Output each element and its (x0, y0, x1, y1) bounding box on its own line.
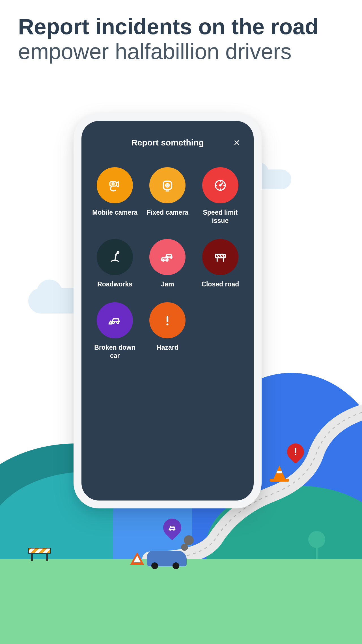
phone-screen: Report something Mobile camera (81, 121, 254, 501)
report-closed-road[interactable]: Closed road (195, 239, 245, 288)
ground-decoration (0, 559, 362, 644)
svg-point-8 (219, 185, 221, 186)
report-item-label: Mobile camera (92, 208, 137, 217)
svg-point-3 (112, 183, 114, 185)
report-item-label: Fixed camera (147, 208, 188, 217)
broken-car-icon (97, 302, 133, 338)
report-speed-limit[interactable]: Speed limit issue (195, 167, 245, 225)
hazard-icon (149, 302, 186, 338)
svg-rect-17 (167, 316, 168, 322)
svg-point-15 (113, 322, 114, 323)
svg-point-16 (117, 322, 118, 323)
report-mobile-camera[interactable]: Mobile camera (90, 167, 140, 225)
screen-title: Report something (131, 138, 204, 147)
tree-icon (308, 531, 325, 559)
fixed-camera-icon (149, 167, 186, 203)
roadworks-icon (97, 239, 133, 275)
headline: Report incidents on the road empower hal… (18, 15, 344, 64)
report-item-label: Closed road (201, 280, 239, 288)
smoke-icon (181, 534, 192, 551)
report-item-label: Broken down car (91, 343, 139, 360)
report-grid: Mobile camera Fixed camera (90, 167, 245, 360)
headline-bold: Report incidents on the road (18, 15, 344, 39)
report-item-label: Jam (161, 280, 174, 288)
report-item-label: Hazard (157, 343, 178, 352)
jam-icon (149, 239, 186, 275)
report-item-label: Roadworks (97, 280, 132, 288)
warning-triangle-icon (130, 552, 144, 565)
close-icon (233, 139, 240, 146)
mobile-camera-icon (97, 167, 133, 203)
report-fixed-camera[interactable]: Fixed camera (143, 167, 192, 225)
report-broken-down-car[interactable]: Broken down car (90, 302, 140, 360)
headline-light: empower halfabillion drivers (18, 39, 344, 64)
report-roadworks[interactable]: Roadworks (90, 239, 140, 288)
cone-icon (273, 465, 286, 480)
speed-limit-icon (202, 167, 238, 203)
phone-frame: Report something Mobile camera (74, 113, 262, 508)
report-hazard[interactable]: Hazard (143, 302, 192, 360)
roadblock-icon (28, 548, 51, 562)
closed-road-icon (202, 239, 238, 275)
svg-point-18 (167, 323, 169, 325)
report-jam[interactable]: Jam (143, 239, 192, 288)
close-button[interactable] (231, 137, 242, 148)
report-item-label: Speed limit issue (196, 208, 244, 225)
svg-point-6 (167, 185, 168, 186)
car-icon (147, 551, 187, 566)
screen-header: Report something (90, 138, 245, 147)
